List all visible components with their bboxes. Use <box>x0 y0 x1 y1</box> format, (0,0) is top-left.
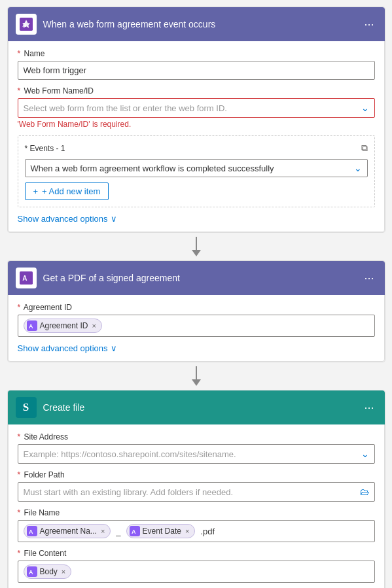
file-content-label: * File Content <box>18 549 375 558</box>
event-item-1-chevron-icon[interactable]: ⌄ <box>354 163 362 173</box>
webform-dropdown[interactable]: Select web form from the list or enter t… <box>18 98 375 118</box>
site-address-label: * Site Address <box>18 432 375 441</box>
file-name-token-1-icon: A <box>27 526 37 536</box>
add-new-plus-icon: + <box>33 186 39 196</box>
name-label: * Name <box>18 49 375 58</box>
adobe-sign-icon-trigger: A <box>16 14 37 35</box>
connector-1 <box>192 233 201 260</box>
site-address-field-group: * Site Address Example: https://contoso.… <box>18 432 375 464</box>
file-name-token-1-close-icon[interactable]: × <box>101 527 105 535</box>
card-trigger-title: When a web form agreement event occurs <box>43 19 362 29</box>
show-advanced-get-pdf-label: Show advanced options <box>18 343 108 353</box>
connector-2 <box>192 362 201 390</box>
agreement-id-token: A Agreement ID × <box>24 319 102 333</box>
card-create-file-title: Create file <box>43 402 362 413</box>
webform-placeholder: Select web form from the list or enter t… <box>24 103 227 113</box>
card-create-file-menu[interactable]: ··· <box>361 400 376 416</box>
file-name-token-2-close-icon[interactable]: × <box>185 527 189 535</box>
card-get-pdf-menu[interactable]: ··· <box>361 270 376 286</box>
site-address-placeholder: Example: https://contoso.sharepoint.com/… <box>24 449 236 459</box>
file-content-token-close-icon[interactable]: × <box>62 568 65 576</box>
svg-text:A: A <box>29 569 33 576</box>
card-get-pdf: A Get a PDF of a signed agreement ··· * … <box>7 260 385 362</box>
show-advanced-trigger-chevron-icon: ∨ <box>111 214 117 224</box>
connector-2-arrow <box>192 379 201 386</box>
name-input[interactable] <box>18 61 375 80</box>
webform-label: * Web Form Name/ID <box>18 86 375 95</box>
connector-1-line <box>196 237 197 250</box>
event-item-1-text: When a web form agreement workflow is co… <box>31 164 354 173</box>
agreement-id-token-text: Agreement ID <box>40 321 88 330</box>
adobe-sign-icon-get-pdf: A <box>16 268 37 288</box>
file-name-token-1: A Agreement Na... × <box>24 524 111 538</box>
events-copy-icon[interactable]: ⧉ <box>361 143 368 154</box>
file-content-input[interactable]: A Body × <box>18 561 375 583</box>
agreement-id-token-close-icon[interactable]: × <box>92 322 96 330</box>
add-new-item-button[interactable]: + + Add new item <box>25 182 109 200</box>
file-name-input[interactable]: A Agreement Na... × _ A Event Date × .pd… <box>18 520 375 542</box>
connector-1-arrow <box>192 250 201 256</box>
sharepoint-icon-create-file: S <box>16 397 37 418</box>
card-create-file-body: * Site Address Example: https://contoso.… <box>8 424 385 588</box>
card-create-file: S Create file ··· * Site Address Example… <box>7 390 385 588</box>
file-content-token: A Body × <box>24 564 72 579</box>
show-advanced-get-pdf-chevron-icon: ∨ <box>111 343 117 353</box>
site-address-chevron-icon: ⌄ <box>361 449 369 459</box>
agreement-id-token-icon: A <box>27 320 37 331</box>
file-content-token-icon: A <box>27 566 37 577</box>
card-get-pdf-header: A Get a PDF of a signed agreement ··· <box>8 261 385 295</box>
file-name-token-1-text: Agreement Na... <box>40 527 97 536</box>
file-name-separator: _ <box>116 527 120 536</box>
agreement-id-input[interactable]: A Agreement ID × <box>18 315 375 337</box>
name-field-group: * Name <box>18 49 375 80</box>
card-trigger-body: * Name * Web Form Name/ID Select web for… <box>8 41 385 232</box>
webform-field-group: * Web Form Name/ID Select web form from … <box>18 86 375 129</box>
card-trigger-header: A When a web form agreement event occurs… <box>8 7 385 41</box>
folder-browse-icon[interactable]: 🗁 <box>360 487 369 497</box>
show-advanced-trigger[interactable]: Show advanced options ∨ <box>18 214 375 224</box>
file-content-token-text: Body <box>40 567 58 576</box>
show-advanced-get-pdf[interactable]: Show advanced options ∨ <box>18 343 375 353</box>
folder-path-placeholder: Must start with an existing library. Add… <box>24 487 360 497</box>
agreement-id-field-group: * Agreement ID A Agreement ID × <box>18 303 375 337</box>
agreement-id-label: * Agreement ID <box>18 303 375 312</box>
event-item-1: When a web form agreement workflow is co… <box>25 159 368 177</box>
webform-chevron-icon: ⌄ <box>361 103 369 113</box>
site-address-dropdown[interactable]: Example: https://contoso.sharepoint.com/… <box>18 444 375 464</box>
svg-text:A: A <box>22 275 27 282</box>
file-name-token-2-icon: A <box>130 526 140 536</box>
svg-text:A: A <box>29 528 33 535</box>
show-advanced-trigger-label: Show advanced options <box>18 214 108 224</box>
folder-path-label: * Folder Path <box>18 470 375 479</box>
file-name-label: * File Name <box>18 508 375 517</box>
folder-path-field-group: * Folder Path Must start with an existin… <box>18 470 375 502</box>
card-trigger: A When a web form agreement event occurs… <box>7 7 385 233</box>
connector-2-line <box>196 366 197 379</box>
flow-container: A When a web form agreement event occurs… <box>7 7 385 588</box>
file-name-token-2-text: Event Date <box>143 527 181 536</box>
events-label-row: * Events - 1 ⧉ <box>25 143 368 154</box>
file-name-token-2: A Event Date × <box>126 524 196 538</box>
events-section: * Events - 1 ⧉ When a web form agreement… <box>18 135 375 207</box>
file-name-field-group: * File Name A Agreement Na... × _ A <box>18 508 375 542</box>
svg-text:A: A <box>22 22 26 28</box>
file-content-field-group: * File Content A Body × <box>18 549 375 583</box>
file-name-suffix: .pdf <box>200 527 215 536</box>
folder-path-input[interactable]: Must start with an existing library. Add… <box>18 482 375 502</box>
add-new-label: + Add new item <box>42 186 100 196</box>
svg-text:A: A <box>29 323 33 330</box>
svg-text:A: A <box>132 528 136 535</box>
card-get-pdf-body: * Agreement ID A Agreement ID × Show adv… <box>8 295 385 362</box>
card-get-pdf-title: Get a PDF of a signed agreement <box>43 273 362 283</box>
card-trigger-menu[interactable]: ··· <box>361 16 376 33</box>
webform-error-msg: 'Web Form Name/ID' is required. <box>18 120 375 129</box>
card-create-file-header: S Create file ··· <box>8 390 385 424</box>
